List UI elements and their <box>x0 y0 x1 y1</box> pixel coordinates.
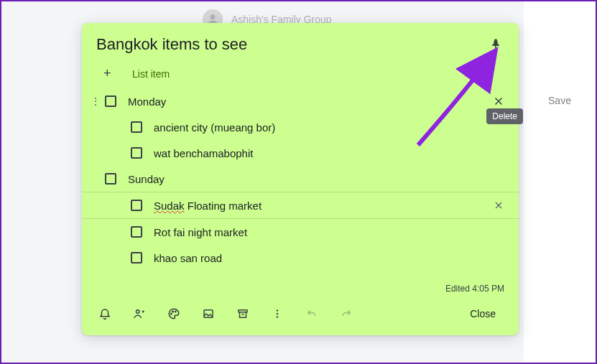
plus-icon: + <box>103 66 121 81</box>
svg-point-4 <box>175 311 177 312</box>
pin-button[interactable] <box>484 33 507 56</box>
svg-point-8 <box>277 313 278 314</box>
list-item[interactable]: ⋮⋮ Rot fai night market ✕ <box>82 219 519 245</box>
list-item[interactable]: ⋮⋮ Monday Delete <box>82 88 519 114</box>
list-item[interactable]: ⋮⋮ wat benchamabophit ✕ <box>82 140 519 166</box>
redo-button[interactable] <box>333 301 359 327</box>
reminder-button[interactable] <box>92 301 118 327</box>
checkbox[interactable] <box>131 147 142 159</box>
more-button[interactable] <box>264 301 290 327</box>
item-text[interactable]: ancient city (mueang bor) <box>154 121 490 134</box>
list-item[interactable]: ⋮⋮ Sudak Floating market <box>82 192 519 219</box>
svg-point-7 <box>277 309 278 311</box>
close-button[interactable]: Close <box>453 302 513 325</box>
svg-point-2 <box>171 313 172 314</box>
color-button[interactable] <box>161 301 187 327</box>
note-toolbar: Close <box>82 298 519 330</box>
collaborator-button[interactable] <box>126 301 152 327</box>
item-text[interactable]: Monday <box>128 95 490 108</box>
delete-item-button[interactable]: Delete <box>490 93 507 110</box>
checkbox[interactable] <box>131 200 142 211</box>
checkbox[interactable] <box>105 173 116 185</box>
background-save-panel: Save <box>524 1 596 363</box>
item-text[interactable]: wat benchamabophit <box>154 147 490 159</box>
svg-point-9 <box>277 316 278 317</box>
add-list-item[interactable]: + List item <box>82 62 519 88</box>
checkbox[interactable] <box>131 252 142 263</box>
list-item[interactable]: Sunday ✕ <box>82 166 519 192</box>
checkbox[interactable] <box>131 226 142 238</box>
add-item-label: List item <box>132 68 170 80</box>
svg-rect-6 <box>239 310 247 312</box>
save-button-bg[interactable]: Save <box>548 95 571 106</box>
list-item[interactable]: ⋮⋮ khao san road ✕ <box>82 245 519 271</box>
archive-button[interactable] <box>230 301 256 327</box>
undo-button[interactable] <box>299 301 325 327</box>
svg-point-3 <box>172 311 174 312</box>
note-title[interactable]: Bangkok items to see <box>96 35 484 54</box>
item-text[interactable]: Rot fai night market <box>154 226 490 238</box>
image-button[interactable] <box>195 301 221 327</box>
list-item[interactable]: ⋮⋮ ancient city (mueang bor) ✕ <box>82 114 519 140</box>
svg-point-1 <box>136 310 140 314</box>
delete-item-button[interactable] <box>490 197 507 214</box>
item-text[interactable]: khao san road <box>154 252 490 264</box>
item-text[interactable]: Sunday <box>128 173 490 185</box>
note-card: Bangkok items to see + List item ⋮⋮ Mond… <box>82 23 519 335</box>
svg-point-0 <box>210 14 216 19</box>
checklist: ⋮⋮ Monday Delete ⋮⋮ ancient city (mueang… <box>82 88 519 271</box>
drag-handle-icon[interactable]: ⋮⋮ <box>91 98 102 105</box>
edited-timestamp: Edited 4:05 PM <box>82 271 519 298</box>
item-text[interactable]: Sudak Floating market <box>154 200 490 212</box>
checkbox[interactable] <box>131 121 142 133</box>
checkbox[interactable] <box>105 95 116 107</box>
